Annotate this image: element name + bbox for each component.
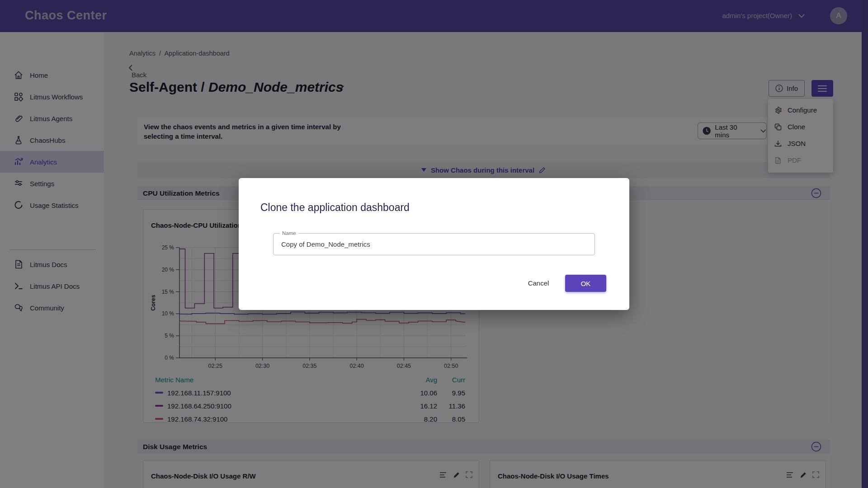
name-field-value: Copy of Demo_Node_metrics xyxy=(281,240,370,248)
name-field[interactable]: Name Copy of Demo_Node_metrics xyxy=(273,233,595,255)
cancel-button[interactable]: Cancel xyxy=(514,274,563,292)
name-field-label: Name xyxy=(280,230,298,236)
clone-dashboard-modal: Clone the application dashboard Name Cop… xyxy=(239,178,629,310)
modal-title: Clone the application dashboard xyxy=(260,202,410,214)
ok-button[interactable]: OK xyxy=(565,275,606,292)
